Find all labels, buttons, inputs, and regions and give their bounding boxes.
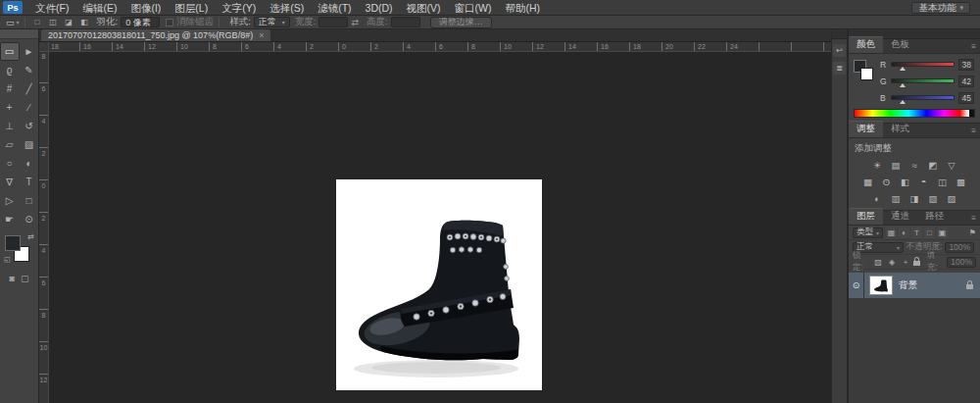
document-tab[interactable]: 20170707012803818011_750.jpg @ 107%(RGB/… — [41, 29, 270, 41]
eraser-tool[interactable]: ▱ — [0, 135, 20, 154]
layer-filter-select[interactable]: 类型 ▾ — [853, 227, 883, 238]
dodge-tool[interactable]: ◐ — [20, 154, 39, 173]
filter-toggle-icon[interactable]: ⚑ — [969, 228, 976, 237]
spot-healing-brush-tool[interactable]: + — [0, 98, 20, 117]
invert-icon[interactable]: ◐ — [870, 192, 885, 205]
panel-menu-icon[interactable]: ≡ — [971, 126, 976, 135]
intersect-selection-mode[interactable]: ◧ — [77, 17, 92, 27]
tab-adjustments[interactable]: 调整 — [849, 121, 883, 137]
photo-filter-icon[interactable]: ◓ — [916, 176, 931, 188]
color-lookup-icon[interactable]: ▩ — [954, 176, 968, 188]
background-layer-row[interactable]: ⊙ 背景 — [849, 273, 980, 298]
workspace-switcher-button[interactable]: 基本功能 ▾ — [911, 2, 970, 14]
channel-value[interactable]: 42 — [958, 76, 974, 87]
lock-pixels-icon[interactable]: ◈ — [886, 257, 897, 268]
slider-knob[interactable] — [900, 83, 906, 87]
tab-paths[interactable]: 路径 — [917, 208, 952, 225]
menu-item[interactable]: 选择(S) — [263, 0, 311, 16]
pen-tool[interactable]: ∇ — [0, 173, 20, 191]
history-brush-tool[interactable]: ↺ — [20, 117, 39, 135]
width-input[interactable] — [318, 17, 348, 27]
shape-layer-filter-icon[interactable]: □ — [924, 227, 935, 238]
eyedropper-tool[interactable]: ╱ — [20, 79, 39, 98]
layer-thumbnail[interactable] — [869, 276, 893, 295]
properties-panel-icon[interactable]: ≣ — [833, 62, 846, 75]
zoom-tool[interactable]: ⊙ — [20, 210, 39, 228]
quick-selection-tool[interactable]: ✎ — [20, 61, 39, 79]
tab-color[interactable]: 颜色 — [849, 36, 883, 53]
panel-menu-icon[interactable]: ≡ — [971, 42, 976, 51]
dock-header[interactable] — [832, 29, 847, 39]
tool-preset-picker[interactable]: ▭ ▾ — [6, 18, 20, 27]
tab-styles[interactable]: 样式 — [883, 121, 917, 137]
move-tool[interactable]: ► — [20, 42, 39, 61]
menu-item[interactable]: 图层(L) — [168, 0, 215, 16]
brightness-contrast-icon[interactable]: ☀ — [870, 159, 885, 172]
menu-item[interactable]: 窗口(W) — [448, 0, 499, 16]
menu-item[interactable]: 视图(V) — [400, 0, 448, 16]
slider-knob[interactable] — [900, 100, 906, 104]
threshold-icon[interactable]: ◨ — [907, 192, 922, 205]
type-tool[interactable]: T — [20, 173, 39, 191]
swap-colors-icon[interactable]: ⇄ — [27, 232, 34, 241]
selective-color-icon[interactable]: ▧ — [926, 192, 941, 205]
posterize-icon[interactable]: ▥ — [889, 192, 904, 205]
background-color-swatch[interactable] — [860, 68, 873, 80]
curves-icon[interactable]: ≈ — [907, 159, 922, 172]
clone-stamp-tool[interactable]: ⊥ — [0, 117, 20, 135]
new-selection-mode[interactable]: □ — [30, 17, 45, 27]
color-balance-icon[interactable]: ʘ — [879, 176, 894, 188]
hue-saturation-icon[interactable]: ▦ — [860, 176, 875, 188]
tab-channels[interactable]: 通道 — [883, 208, 917, 225]
brush-tool[interactable]: ∕ — [20, 98, 39, 117]
rectangle-tool[interactable]: □ — [20, 191, 39, 210]
adjustment-layer-filter-icon[interactable]: ◐ — [899, 227, 909, 238]
lock-transparency-icon[interactable]: ▨ — [872, 257, 883, 268]
black-white-icon[interactable]: ◧ — [898, 176, 912, 188]
refine-edge-button[interactable]: 调整边缘… — [430, 17, 492, 28]
tool-panel-grip[interactable] — [0, 29, 38, 39]
slider-track[interactable] — [891, 94, 955, 103]
tab-layers[interactable]: 图层 — [849, 208, 883, 225]
rectangular-marquee-tool[interactable]: ▭ — [0, 42, 20, 61]
menu-item[interactable]: 编辑(E) — [75, 0, 123, 16]
foreground-color-swatch[interactable] — [5, 235, 21, 251]
menu-item[interactable]: 文字(Y) — [215, 0, 263, 16]
channel-value[interactable]: 45 — [958, 92, 974, 104]
color-spectrum-ramp[interactable] — [854, 109, 975, 118]
crop-tool[interactable]: # — [0, 79, 20, 98]
menu-item[interactable]: 3D(D) — [359, 0, 400, 16]
lock-position-icon[interactable]: + — [900, 257, 910, 268]
subtract-from-selection-mode[interactable]: ◪ — [62, 17, 76, 27]
channel-value[interactable]: 38 — [958, 59, 974, 71]
tab-swatches[interactable]: 色板 — [883, 36, 917, 53]
style-select[interactable]: 正常 ▾ — [254, 17, 290, 27]
close-icon[interactable]: × — [259, 30, 264, 40]
history-panel-icon[interactable]: ↩ — [833, 44, 846, 57]
antialias-checkbox[interactable]: 消除锯齿 — [166, 16, 214, 28]
smart-object-filter-icon[interactable]: ▣ — [937, 227, 948, 238]
hand-tool[interactable]: ☛ — [0, 210, 20, 228]
channel-mixer-icon[interactable]: ◫ — [935, 176, 950, 188]
document-image[interactable] — [336, 179, 542, 390]
gradient-tool[interactable]: ▨ — [20, 135, 39, 154]
lasso-tool[interactable]: ϱ — [0, 61, 20, 79]
opacity-value[interactable]: 100% — [945, 242, 974, 253]
slider-knob[interactable] — [900, 67, 906, 71]
quick-mask-icon[interactable]: ◙ — [10, 274, 15, 283]
screen-mode-icon[interactable]: ▢ — [21, 274, 29, 283]
levels-icon[interactable]: ▤ — [889, 159, 904, 172]
pixel-layer-filter-icon[interactable]: ▦ — [886, 227, 897, 238]
blur-tool[interactable]: ○ — [0, 154, 20, 173]
default-colors-icon[interactable]: ◱ — [4, 256, 11, 264]
exposure-icon[interactable]: ◩ — [926, 159, 941, 172]
gradient-map-icon[interactable]: ▨ — [945, 192, 959, 205]
fill-value[interactable]: 100% — [947, 257, 976, 268]
panel-menu-icon[interactable]: ≡ — [971, 214, 976, 223]
height-input[interactable] — [391, 17, 420, 27]
type-layer-filter-icon[interactable]: T — [911, 227, 922, 238]
add-to-selection-mode[interactable]: ◫ — [46, 17, 61, 27]
layer-visibility-eye-icon[interactable]: ⊙ — [849, 273, 864, 298]
link-dimensions-icon[interactable]: ⇄ — [351, 18, 359, 27]
menu-item[interactable]: 滤镜(T) — [311, 0, 358, 16]
